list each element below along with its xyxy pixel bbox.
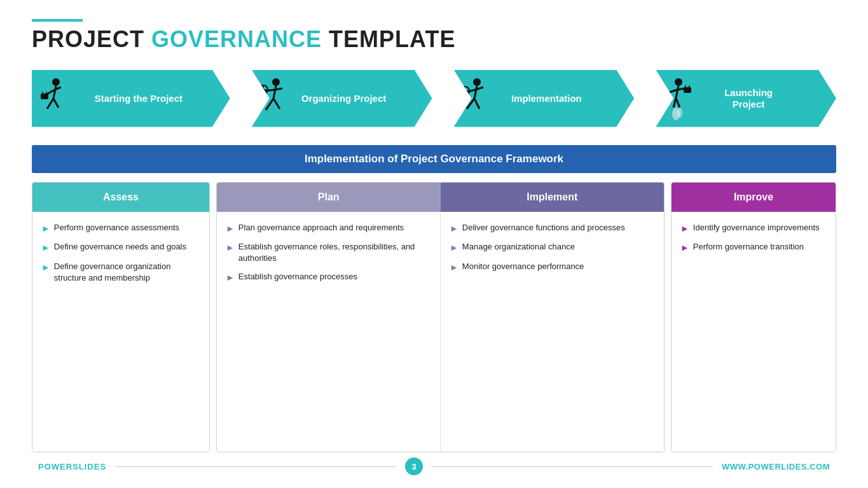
footer-brand-prefix: POWER: [38, 462, 72, 471]
svg-line-3: [53, 99, 59, 108]
svg-line-12: [273, 99, 280, 109]
cards-section: Assess ► Perform governance assessments …: [32, 182, 836, 452]
improve-body: ► Identify governance improvements ► Per…: [672, 212, 836, 452]
page: PROJECT GOVERNANCE TEMPLATE: [0, 0, 868, 488]
svg-line-29: [670, 90, 677, 92]
svg-line-11: [266, 99, 273, 110]
framework-banner: Implementation of Project Governance Fra…: [32, 145, 836, 173]
figure-starting-icon: [37, 77, 67, 120]
assess-body: ► Perform governance assessments ► Defin…: [32, 212, 209, 452]
svg-line-10: [273, 86, 276, 99]
assess-card: Assess ► Perform governance assessments …: [32, 182, 210, 452]
svg-line-22: [465, 90, 476, 92]
svg-line-28: [676, 86, 679, 98]
implement-item-1-text: Deliver governance functions and process…: [462, 222, 625, 234]
improve-item-2: ► Perform governance transition: [680, 241, 827, 254]
implement-body: ► Deliver governance functions and proce…: [441, 212, 664, 452]
assess-item-2: ► Define governance needs and goals: [41, 241, 200, 254]
footer-line-left: [115, 466, 396, 467]
svg-point-0: [52, 78, 60, 86]
implement-bullet-1: ►: [450, 223, 458, 235]
improve-bullet-2: ►: [680, 242, 689, 254]
assess-item-2-text: Define governance needs and goals: [54, 241, 186, 253]
improve-card: Improve ► Identify governance improvemen…: [671, 182, 836, 452]
implement-header: Implement: [441, 183, 665, 212]
arrow-label-starting: Starting the Project: [95, 93, 183, 104]
assess-item-1: ► Perform governance assessments: [41, 222, 200, 235]
plan-item-3: ► Establish governance processes: [226, 271, 431, 284]
plan-implement-header: Plan Implement: [217, 183, 664, 212]
assess-bullet-3: ►: [41, 261, 50, 274]
plan-item-2-text: Establish governance roles, responsibili…: [238, 241, 431, 264]
plan-implement-card: Plan Implement ► Plan governance approac…: [216, 182, 665, 452]
svg-point-18: [473, 78, 481, 86]
plan-item-1: ► Plan governance approach and requireme…: [226, 222, 431, 235]
svg-point-37: [677, 108, 682, 118]
improve-header-text: Improve: [734, 192, 773, 202]
implement-item-1: ► Deliver governance functions and proce…: [450, 222, 655, 235]
improve-header: Improve: [672, 183, 836, 212]
title-suffix: TEMPLATE: [322, 26, 455, 52]
footer-page-number: 3: [405, 457, 423, 475]
improve-bullet-1: ►: [680, 223, 689, 235]
page-title: PROJECT GOVERNANCE TEMPLATE: [32, 27, 836, 52]
assess-item-3: ► Define governance organization structu…: [41, 261, 200, 284]
title-bar: [32, 19, 83, 22]
plan-header-text: Plan: [318, 192, 340, 202]
arrow-implementation: Implementation: [436, 70, 635, 127]
arrow-launching: LaunchingProject: [638, 70, 836, 127]
svg-point-9: [272, 78, 280, 86]
title-highlight: GOVERNANCE: [151, 26, 322, 52]
figure-implementation-icon: [459, 77, 490, 120]
assess-item-1-text: Perform governance assessments: [54, 222, 179, 234]
assess-header-text: Assess: [103, 192, 139, 202]
svg-line-32: [676, 98, 680, 108]
plan-bullet-1: ►: [226, 223, 235, 235]
improve-item-1: ► Identify governance improvements: [680, 222, 827, 235]
svg-point-27: [675, 78, 682, 86]
svg-rect-6: [41, 94, 48, 99]
implement-item-2-text: Manage organizational chance: [462, 241, 575, 253]
footer-line-right: [432, 466, 713, 467]
footer-url: WWW.POWERLIDES.COM: [722, 462, 830, 471]
arrow-label-launching: LaunchingProject: [724, 87, 773, 110]
svg-line-20: [467, 99, 474, 109]
plan-bullet-3: ►: [226, 272, 235, 284]
assess-item-3-text: Define governance organization structure…: [54, 261, 200, 284]
implement-item-3: ► Monitor governance performance: [450, 261, 655, 274]
improve-item-2-text: Perform governance transition: [693, 241, 804, 253]
svg-rect-33: [684, 87, 691, 93]
banner-text: Implementation of Project Governance Fra…: [305, 153, 563, 165]
figure-launching-icon: [661, 76, 694, 122]
figure-organizing-icon: [257, 77, 287, 120]
title-section: PROJECT GOVERNANCE TEMPLATE: [32, 19, 836, 52]
implement-item-3-text: Monitor governance performance: [462, 261, 584, 272]
assess-bullet-2: ►: [41, 242, 50, 254]
plan-bullet-2: ►: [226, 242, 235, 254]
implement-bullet-2: ►: [450, 242, 458, 254]
assess-header: Assess: [32, 183, 209, 212]
plan-header: Plan: [217, 183, 441, 212]
footer: POWERSLIDES 3 WWW.POWERLIDES.COM: [32, 457, 836, 475]
arrow-organizing: Organizing Project: [234, 70, 432, 127]
implement-bullet-3: ►: [450, 261, 458, 274]
plan-item-3-text: Establish governance processes: [238, 271, 357, 282]
svg-line-21: [474, 99, 479, 109]
plan-body: ► Plan governance approach and requireme…: [217, 212, 441, 452]
improve-item-1-text: Identify governance improvements: [693, 222, 820, 234]
svg-line-19: [474, 86, 477, 99]
footer-brand: POWERSLIDES: [38, 462, 106, 471]
arrow-label-organizing: Organizing Project: [301, 93, 386, 104]
svg-line-2: [47, 99, 53, 109]
svg-line-14: [275, 88, 282, 90]
arrow-starting: Starting the Project: [32, 70, 230, 127]
title-prefix: PROJECT: [32, 26, 151, 52]
implement-item-2: ► Manage organizational chance: [450, 241, 655, 254]
footer-brand-highlight: SLIDES: [72, 462, 106, 471]
plan-item-1-text: Plan governance approach and requirement…: [238, 222, 404, 234]
implement-header-text: Implement: [527, 192, 577, 202]
svg-line-1: [53, 86, 56, 99]
assess-bullet-1: ►: [41, 223, 50, 235]
arrow-label-implementation: Implementation: [511, 93, 582, 104]
plan-item-2: ► Establish governance roles, responsibi…: [226, 241, 431, 264]
